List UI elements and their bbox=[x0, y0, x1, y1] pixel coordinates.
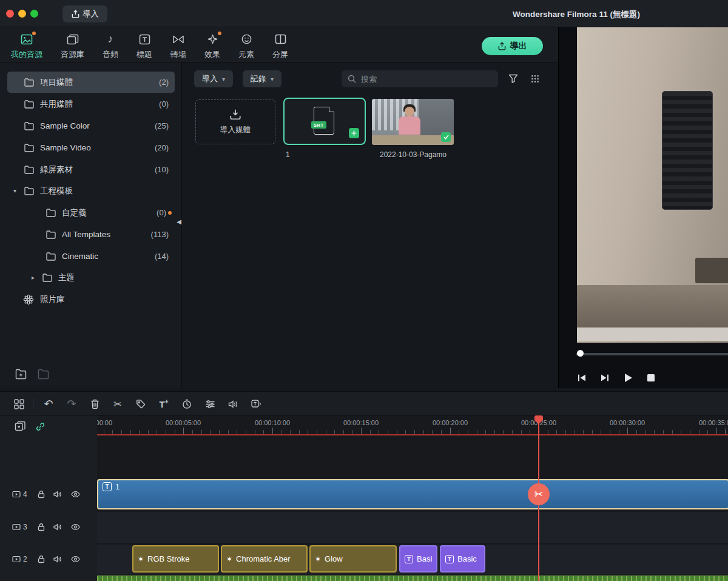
tab-titles[interactable]: 標題 bbox=[136, 33, 152, 60]
redo-button[interactable]: ↷ bbox=[63, 392, 80, 416]
sidebar-item-green-screen[interactable]: 綠屏素材 (10) bbox=[7, 159, 175, 180]
previous-frame-button[interactable] bbox=[575, 366, 589, 390]
split-button[interactable]: ✂ bbox=[109, 392, 126, 416]
audio-mixer-button[interactable] bbox=[224, 392, 241, 416]
delete-button[interactable] bbox=[86, 392, 103, 416]
item-count: (10) bbox=[155, 165, 175, 174]
title-clip[interactable]: T 1 bbox=[97, 479, 728, 509]
split-scissors-badge[interactable]: ✂ bbox=[528, 483, 550, 505]
add-text-icon: T bbox=[159, 399, 164, 409]
sidebar-item-shared-media[interactable]: 共用媒體 (0) bbox=[7, 93, 175, 115]
video-clip-track-1[interactable] bbox=[97, 576, 728, 581]
adjust-button[interactable] bbox=[201, 392, 218, 416]
text-clip-icon: T bbox=[405, 555, 413, 563]
hide-track-icon[interactable] bbox=[71, 491, 80, 497]
tab-label: 標題 bbox=[136, 49, 152, 60]
auto-ripple-link-button[interactable] bbox=[35, 421, 46, 432]
text-to-speech-button[interactable] bbox=[248, 392, 265, 416]
fullscreen-window-button[interactable] bbox=[30, 10, 38, 18]
tab-stock-media[interactable]: 資源庫 bbox=[61, 33, 84, 60]
undo-button[interactable]: ↶ bbox=[40, 392, 57, 416]
speed-button[interactable] bbox=[178, 392, 195, 416]
sidebar-item-project-media[interactable]: 項目媒體 (2) bbox=[7, 72, 175, 93]
import-media-card[interactable]: 導入媒體 bbox=[195, 99, 275, 144]
speed-clock-icon bbox=[182, 399, 192, 409]
track-number: 4 bbox=[23, 490, 27, 499]
mute-track-icon[interactable] bbox=[53, 555, 62, 563]
sidebar-item-cinematic[interactable]: Cinematic (14) bbox=[7, 246, 175, 267]
tab-transitions[interactable]: 轉場 bbox=[170, 33, 186, 60]
effect-clip-rgb-stroke[interactable]: ✶ RGB Stroke bbox=[132, 545, 219, 573]
lock-track-icon[interactable] bbox=[38, 555, 45, 563]
hide-track-icon[interactable] bbox=[71, 523, 80, 530]
marker-button[interactable] bbox=[132, 392, 149, 416]
tab-label: 資源庫 bbox=[61, 49, 84, 60]
sidebar-item-all-templates[interactable]: All Templates (113) bbox=[7, 224, 175, 245]
video-track-icon bbox=[12, 491, 21, 497]
item-count: (20) bbox=[155, 143, 175, 152]
sidebar-collapse-button[interactable]: ◀ bbox=[175, 216, 183, 227]
export-button[interactable]: 導出 bbox=[482, 37, 543, 55]
next-frame-button[interactable] bbox=[598, 366, 612, 390]
add-to-timeline-badge[interactable] bbox=[349, 128, 359, 138]
play-button[interactable] bbox=[621, 366, 635, 390]
stock-media-icon bbox=[67, 33, 79, 45]
download-tray-icon bbox=[229, 109, 241, 120]
effect-clip-glow[interactable]: ✶ Glow bbox=[309, 545, 397, 573]
seekbar-handle[interactable] bbox=[577, 350, 584, 357]
chevron-down-icon[interactable]: ▾ bbox=[13, 187, 24, 194]
minimize-window-button[interactable] bbox=[18, 10, 26, 18]
add-text-button[interactable]: T+ bbox=[155, 392, 172, 416]
sidebar-item-label: Cinematic bbox=[62, 252, 98, 261]
sidebar-item-themes[interactable]: ▸ 主題 bbox=[7, 267, 175, 288]
video-media-card[interactable] bbox=[372, 99, 454, 145]
hide-track-icon[interactable] bbox=[71, 556, 80, 562]
tab-audio[interactable]: ♪ 音頻 bbox=[103, 33, 118, 60]
mute-track-icon[interactable] bbox=[53, 523, 62, 531]
sidebar-item-custom[interactable]: 自定義 (0) bbox=[7, 202, 175, 223]
sidebar-item-project-templates[interactable]: ▾ 工程模板 bbox=[7, 180, 175, 201]
effect-clip-chromatic-aberration[interactable]: ✶ Chromatic Aber bbox=[221, 545, 308, 573]
workspace-layout-button[interactable] bbox=[11, 392, 27, 416]
lock-track-icon[interactable] bbox=[38, 490, 45, 499]
tab-effects[interactable]: 效果 bbox=[204, 33, 220, 60]
add-media-to-timeline-button[interactable] bbox=[15, 421, 26, 431]
chevron-right-icon[interactable]: ▸ bbox=[32, 274, 42, 281]
track-lane-3[interactable] bbox=[97, 512, 728, 543]
lock-track-icon[interactable] bbox=[38, 523, 45, 531]
record-dropdown-button[interactable]: 記錄 ▾ bbox=[243, 70, 281, 87]
filmora-window: 導入 Wondershare Filmora 11 (無標題) 我的資源 bbox=[0, 0, 728, 581]
sidebar-item-sample-color[interactable]: Sample Color (25) bbox=[7, 115, 175, 136]
close-window-button[interactable] bbox=[6, 10, 14, 18]
preview-seekbar[interactable] bbox=[576, 353, 728, 355]
sidebar-item-photo-library[interactable]: 照片庫 bbox=[7, 289, 175, 310]
tab-split-screen[interactable]: 分屏 bbox=[272, 33, 288, 60]
effect-clip-label: RGB Stroke bbox=[147, 554, 189, 563]
text-clip-basic-1[interactable]: T Basi bbox=[399, 545, 437, 573]
import-dropdown-button[interactable]: 導入 ▾ bbox=[194, 70, 233, 87]
delete-folder-button[interactable] bbox=[38, 369, 50, 380]
titlebar-import-button[interactable]: 導入 bbox=[62, 5, 107, 22]
ruler-label: 00:00:30:00 bbox=[600, 419, 655, 426]
import-media-label: 導入媒體 bbox=[220, 125, 251, 135]
tab-elements[interactable]: 元素 bbox=[238, 33, 254, 60]
my-media-icon bbox=[21, 33, 33, 45]
sidebar-item-sample-video[interactable]: Sample Video (20) bbox=[7, 137, 175, 158]
trash-icon bbox=[90, 399, 99, 409]
filter-button[interactable] bbox=[508, 74, 518, 83]
search-input[interactable] bbox=[361, 75, 492, 84]
stop-button[interactable] bbox=[644, 366, 658, 390]
text-clip-basic-2[interactable]: T Basic bbox=[440, 545, 485, 573]
track-number: 2 bbox=[23, 555, 27, 563]
tab-my-media[interactable]: 我的資源 bbox=[11, 33, 42, 60]
check-icon bbox=[443, 135, 449, 139]
ruler-label: 00:00:15:00 bbox=[334, 419, 388, 426]
export-label: 導出 bbox=[510, 41, 527, 52]
new-folder-button[interactable] bbox=[15, 369, 28, 380]
view-options-button[interactable] bbox=[531, 75, 539, 83]
folder-icon bbox=[24, 100, 34, 109]
srt-media-card[interactable]: SRT bbox=[283, 98, 366, 145]
ruler-label: 00:00:05:00 bbox=[156, 419, 211, 426]
mute-track-icon[interactable] bbox=[53, 490, 62, 498]
timeline-content[interactable]: 00:00:00:00 00:00:05:00 00:00:10:00 00:0… bbox=[97, 415, 728, 581]
